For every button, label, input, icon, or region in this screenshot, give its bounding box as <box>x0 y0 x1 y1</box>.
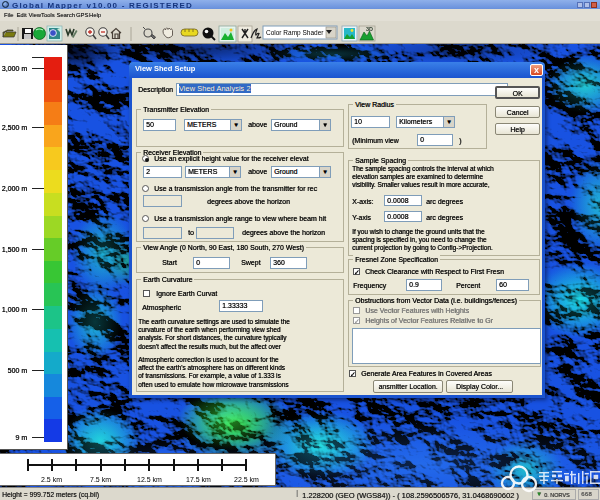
svg-text:3D: 3D <box>366 26 373 32</box>
svg-text:Color Ramp Shader: Color Ramp Shader <box>266 29 324 37</box>
